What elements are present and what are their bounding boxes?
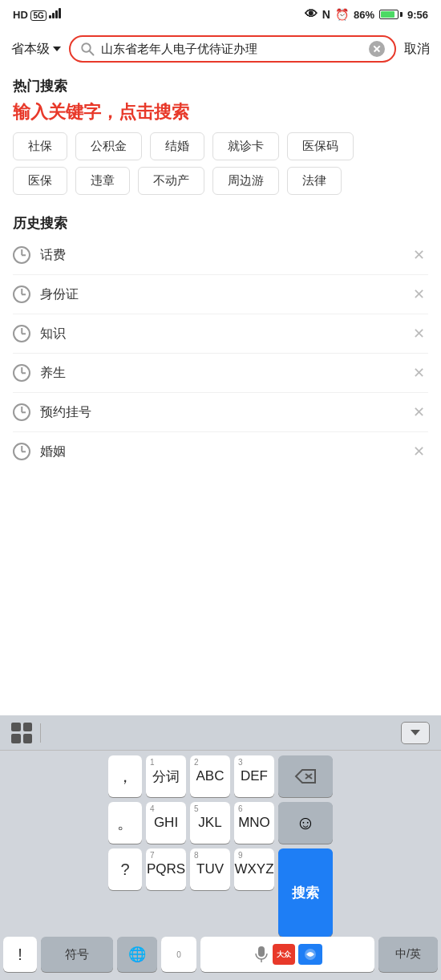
delete-history-1[interactable]: ✕ [410,285,428,303]
key-mno[interactable]: 6 MNO [234,802,274,844]
hot-tag-7[interactable]: 不动产 [138,167,204,195]
battery-percent: 86% [354,9,374,21]
keyboard-area: ， 1 分词 2 ABC 3 DEF [0,715,441,980]
key-def[interactable]: 3 DEF [234,755,274,797]
key-main-wxyz: WXYZ [234,861,273,877]
hot-search-section: 热门搜索 输入关键字，点击搜索 社保 公积金 结婚 就诊卡 医保码 医保 违章 … [0,69,441,205]
chevron-down-icon [411,730,420,735]
status-carrier: HD 5G [13,7,61,22]
emoji-key[interactable]: ☺ [278,802,333,844]
app-icon-dazong: 大众 [273,944,295,965]
battery-icon [379,10,403,19]
hot-tag-6[interactable]: 违章 [75,167,130,195]
history-item-5[interactable]: 婚姻 ✕ [13,432,428,471]
eye-icon: 👁 [305,7,318,22]
collapse-keyboard-button[interactable] [401,722,430,744]
status-right: 👁 N ⏰ 86% 9:56 [305,7,428,22]
signal-icon [49,7,61,18]
history-text-4: 预约挂号 [40,404,410,421]
lang-label: 中/英 [395,947,421,962]
history-text-0: 话费 [40,247,410,264]
clock-icon-4 [13,403,30,421]
cancel-button[interactable]: 取消 [404,41,430,58]
clock-icon-5 [13,443,30,460]
key-space[interactable]: 0 [161,937,196,972]
hot-tag-3[interactable]: 就诊卡 [212,132,279,160]
key-fenzi[interactable]: 1 分词 [146,755,186,797]
key-jkl[interactable]: 5 JKL [190,802,230,844]
kb-right-col: ☺ 搜索 [278,802,333,937]
key-main-ghi: GHI [154,815,178,831]
kb-left-col: 。 ? [108,802,142,937]
history-item-3[interactable]: 养生 ✕ [13,354,428,393]
history-text-1: 身份证 [40,286,410,303]
delete-history-3[interactable]: ✕ [410,364,428,382]
history-item-2[interactable]: 知识 ✕ [13,314,428,354]
hot-search-prompt: 输入关键字，点击搜索 [13,100,428,124]
keyboard-rows: ， 1 分词 2 ABC 3 DEF [0,751,441,980]
key-main-mno: MNO [238,815,270,831]
key-num-5: 5 [194,804,199,813]
punct-key-question[interactable]: ? [108,848,142,890]
key-main-jkl: JKL [198,815,221,831]
key-num-4: 4 [150,804,155,813]
key-wxyz[interactable]: 9 WXYZ [234,848,274,890]
delete-history-5[interactable]: ✕ [410,443,428,460]
history-text-2: 知识 [40,326,410,342]
scope-selector[interactable]: 省本级 [11,41,61,58]
clear-button[interactable] [369,41,385,57]
hot-tag-5[interactable]: 医保 [13,167,67,195]
punct-key-exclaim[interactable]: ! [3,937,37,972]
history-item-1[interactable]: 身份证 ✕ [13,275,428,314]
key-tuv[interactable]: 8 TUV [190,848,230,890]
history-item-4[interactable]: 预约挂号 ✕ [13,393,428,432]
grid-icon[interactable] [11,723,32,743]
hot-tag-1[interactable]: 公积金 [75,132,142,160]
svg-point-0 [82,43,91,52]
svg-line-1 [90,51,94,55]
history-item-0[interactable]: 话费 ✕ [13,236,428,275]
chevron-down-icon [53,47,61,51]
history-text-5: 婚姻 [40,443,410,460]
alarm-icon: ⏰ [335,8,349,21]
key-num-8: 8 [194,851,199,860]
search-input[interactable]: 山东省老年人电子优待证办理 [101,42,362,57]
space-bar[interactable]: 大众 [200,937,374,972]
divider [40,723,41,743]
key-symbol[interactable]: 符号 [41,937,113,972]
key-num-3: 3 [238,758,243,767]
hot-tag-0[interactable]: 社保 [13,132,67,160]
kb-row-3: 7 PQRS 8 TUV 9 WXYZ [146,848,274,890]
hot-tag-4[interactable]: 医保码 [287,132,354,160]
search-button[interactable]: 搜索 [278,848,333,937]
keyboard-toolbar-left [11,723,41,743]
delete-history-0[interactable]: ✕ [410,246,428,264]
hot-tag-2[interactable]: 结婚 [150,132,204,160]
key-abc[interactable]: 2 ABC [190,755,230,797]
punct-key-period[interactable]: 。 [108,802,142,844]
hot-tag-9[interactable]: 法律 [287,167,342,195]
clock-icon-3 [13,364,30,382]
key-main-def: DEF [241,768,268,784]
delete-history-4[interactable]: ✕ [410,403,428,421]
punct-key-comma[interactable]: ， [108,755,142,797]
hot-tag-8[interactable]: 周边游 [212,167,279,195]
status-bar: HD 5G 👁 N ⏰ 86% 9:56 [0,0,441,29]
kb-row-1: ， 1 分词 2 ABC 3 DEF [3,755,438,797]
key-pqrs[interactable]: 7 PQRS [146,848,186,890]
key-lang-switch[interactable]: 中/英 [378,937,438,972]
key-num-7: 7 [150,851,155,860]
search-icon [80,42,95,56]
delete-key[interactable] [278,755,333,797]
search-input-wrap[interactable]: 山东省老年人电子优待证办理 [69,35,396,63]
clock-icon-0 [13,246,30,264]
kb-mid-col: 4 GHI 5 JKL 6 MNO 7 PQRS [146,802,274,937]
clock-icon-1 [13,285,30,303]
mic-icon [253,943,269,966]
key-ghi[interactable]: 4 GHI [146,802,186,844]
key-lang[interactable]: 🌐 [117,937,157,972]
app-icon-haibao [298,944,322,965]
history-search-section: 历史搜索 话费 ✕ 身份证 ✕ 知识 ✕ 养生 ✕ 预约挂号 ✕ 婚 [0,205,441,471]
delete-history-2[interactable]: ✕ [410,325,428,342]
time-display: 9:56 [407,9,428,21]
